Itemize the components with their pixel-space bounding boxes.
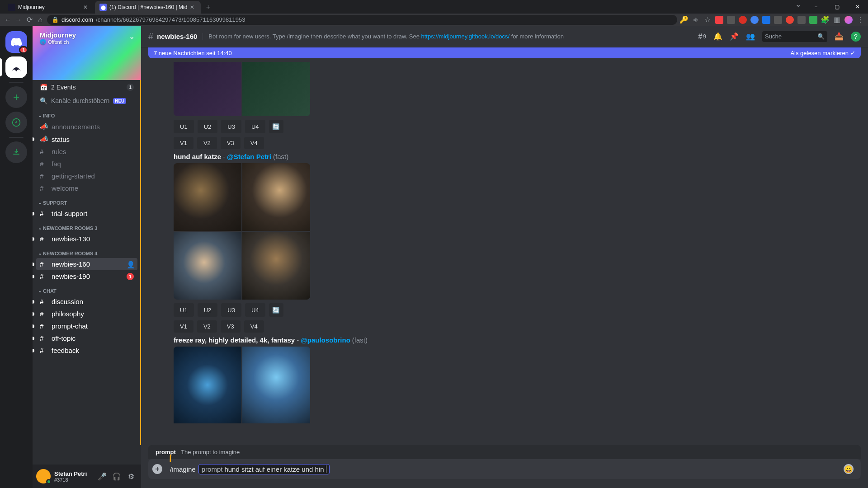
channel-trial-support[interactable]: #trial-support: [36, 207, 137, 220]
channel-philosophy[interactable]: #philosophy: [36, 308, 137, 320]
v2-button[interactable]: V2: [197, 137, 217, 149]
new-messages-bar[interactable]: 7 neue Nachrichten seit 14:40 Als gelese…: [148, 47, 861, 58]
category-header[interactable]: ⌄ SUPPORT: [36, 194, 137, 207]
add-server-button[interactable]: +: [5, 86, 27, 108]
channel-topic[interactable]: Bot room for new users. Type /imagine th…: [203, 33, 694, 40]
v4-button[interactable]: V4: [244, 320, 264, 333]
u1-button[interactable]: U1: [174, 120, 194, 133]
user-avatar[interactable]: [36, 469, 51, 483]
reroll-button[interactable]: 🔄: [269, 120, 283, 133]
members-icon[interactable]: 👥: [746, 32, 755, 41]
category-header[interactable]: ⌄ NEWCOMER ROOMS 4: [36, 245, 137, 258]
emoji-button[interactable]: 😀: [844, 464, 854, 474]
extension-icon[interactable]: [797, 16, 806, 24]
u1-button[interactable]: U1: [174, 303, 194, 317]
image-grid[interactable]: [174, 62, 310, 116]
back-button[interactable]: ←: [4, 16, 12, 24]
message-mention[interactable]: @paulosobrino: [301, 336, 350, 344]
u2-button[interactable]: U2: [198, 303, 218, 317]
extension-icon[interactable]: [750, 16, 759, 24]
channel-welcome[interactable]: #welcome: [36, 182, 137, 194]
dm-button[interactable]: 1: [5, 31, 27, 53]
generated-image[interactable]: [174, 62, 241, 116]
channel-rules[interactable]: #rules: [36, 145, 137, 158]
command-param-chip[interactable]: prompt hund sitzt auf einer katze und hi…: [198, 464, 330, 474]
topic-link[interactable]: https://midjourney.gitbook.io/docs/: [421, 33, 510, 40]
pins-icon[interactable]: 📌: [730, 32, 739, 41]
browser-tab-1[interactable]: ⬤ (1) Discord | #newbies-160 | Mid ✕: [95, 1, 201, 14]
chevron-down-icon[interactable]: ⌄: [129, 32, 135, 41]
channel-newbies-160[interactable]: #newbies-160👤: [36, 258, 137, 270]
mute-button[interactable]: 🎤: [96, 470, 108, 483]
profile-avatar[interactable]: [844, 16, 853, 24]
search-input[interactable]: Suche🔍: [762, 31, 827, 42]
explore-button[interactable]: [5, 112, 27, 133]
u4-button[interactable]: U4: [245, 303, 265, 317]
category-header[interactable]: ⌄ INFO: [36, 107, 137, 120]
v4-button[interactable]: V4: [244, 137, 264, 149]
channel-status[interactable]: 📣status: [36, 133, 137, 145]
mark-read-button[interactable]: Als gelesen markieren ✓: [790, 50, 855, 56]
v2-button[interactable]: V2: [197, 320, 217, 333]
extension-icon[interactable]: [774, 16, 782, 24]
channel-getting-started[interactable]: #getting-started: [36, 170, 137, 182]
category-header[interactable]: ⌄ NEWCOMER ROOMS 3: [36, 220, 137, 233]
extension-icon[interactable]: [786, 16, 794, 24]
channel-newbies-190[interactable]: #newbies-1901: [36, 270, 137, 282]
close-button[interactable]: ✕: [847, 0, 868, 14]
events-row[interactable]: 📅2 Events 1: [36, 80, 137, 94]
reroll-button[interactable]: 🔄: [269, 303, 283, 317]
channel-announcements[interactable]: 📣announcements: [36, 120, 137, 133]
extension-icon[interactable]: [762, 16, 770, 24]
deafen-button[interactable]: 🎧: [110, 470, 123, 483]
u3-button[interactable]: U3: [221, 303, 241, 317]
inbox-icon[interactable]: 📥: [835, 32, 844, 41]
forward-button[interactable]: →: [14, 16, 23, 24]
category-header[interactable]: ⌄ CHAT: [36, 282, 137, 296]
maximize-button[interactable]: ▢: [826, 0, 847, 14]
extension-icon[interactable]: [727, 16, 735, 24]
generated-image[interactable]: [242, 347, 310, 423]
generated-image[interactable]: [174, 232, 241, 300]
url-input[interactable]: 🔒 discord.com/channels/66226797698429747…: [47, 15, 677, 25]
browse-channels[interactable]: 🔍 Kanäle durchstöbern NEU: [36, 94, 137, 107]
generated-image[interactable]: [242, 62, 310, 116]
channel-newbies-130[interactable]: #newbies-130: [36, 233, 137, 245]
u4-button[interactable]: U4: [245, 120, 265, 133]
channel-faq[interactable]: #faq: [36, 158, 137, 170]
extensions-button[interactable]: 🧩: [821, 16, 829, 24]
command-autocomplete[interactable]: prompt The prompt to imagine: [148, 445, 861, 459]
generated-image[interactable]: [174, 163, 241, 231]
home-button[interactable]: ⌂: [36, 16, 44, 24]
extension-icon[interactable]: [739, 16, 747, 24]
extension-icon[interactable]: [809, 16, 817, 24]
add-user-icon[interactable]: 👤: [127, 261, 134, 268]
download-button[interactable]: [5, 141, 27, 163]
new-tab-button[interactable]: +: [202, 1, 214, 14]
menu-icon[interactable]: ⋮: [856, 16, 864, 24]
close-icon[interactable]: ✕: [190, 4, 196, 10]
server-header[interactable]: Midjourney 🌐 Öffentlich ⌄: [33, 26, 141, 80]
v3-button[interactable]: V3: [221, 137, 241, 149]
u2-button[interactable]: U2: [198, 120, 218, 133]
user-info[interactable]: Stefan Petri #3718: [54, 470, 92, 483]
notifications-icon[interactable]: 🔔: [713, 32, 722, 41]
channel-off-topic[interactable]: #off-topic: [36, 332, 137, 344]
reload-button[interactable]: ⟳: [25, 16, 33, 24]
image-grid[interactable]: [174, 347, 310, 423]
message-input[interactable]: / /imagine prompt hund sitzt auf einer k…: [166, 459, 861, 479]
image-grid[interactable]: [174, 163, 310, 300]
close-icon[interactable]: ✕: [83, 4, 90, 10]
help-icon[interactable]: ?: [851, 32, 861, 42]
message-mention[interactable]: @Stefan Petri: [227, 153, 271, 160]
translate-icon[interactable]: ⎆: [692, 16, 700, 24]
key-icon[interactable]: 🔑: [680, 16, 688, 24]
channel-discussion[interactable]: #discussion: [36, 296, 137, 308]
channel-feedback[interactable]: #feedback: [36, 344, 137, 357]
sidepanel-icon[interactable]: ▥: [833, 16, 841, 24]
star-icon[interactable]: ☆: [703, 16, 712, 24]
u3-button[interactable]: U3: [221, 120, 241, 133]
v3-button[interactable]: V3: [221, 320, 241, 333]
generated-image[interactable]: [174, 347, 241, 423]
extension-icon[interactable]: [715, 16, 723, 24]
